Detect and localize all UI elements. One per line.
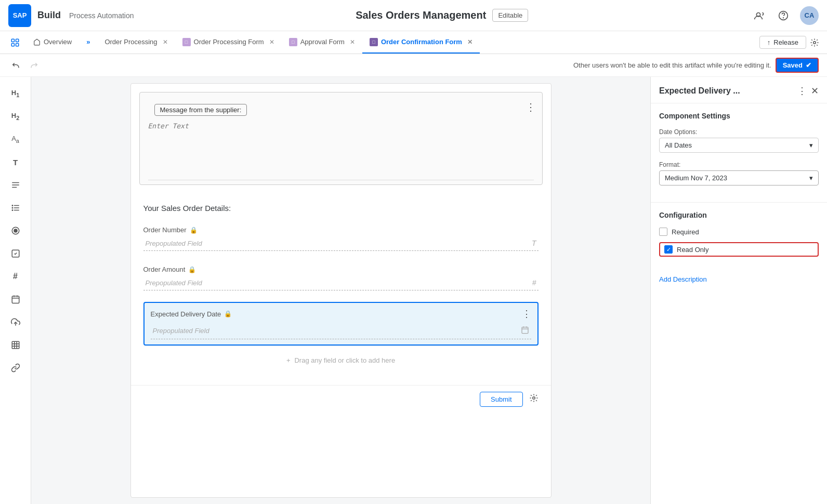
order-number-field[interactable]: Order Number 🔒 Prepopulated Field T	[143, 221, 539, 256]
format-select[interactable]: Medium Nov 7, 2023 ▾	[659, 170, 819, 185]
order-number-type-icon: T	[532, 239, 536, 247]
tool-text[interactable]: Aa	[5, 129, 26, 150]
agent-icon[interactable]	[750, 7, 767, 24]
edit-status-text: Other users won't be able to edit this a…	[573, 61, 771, 69]
read-only-row: Read Only	[659, 242, 819, 257]
svg-rect-25	[12, 341, 19, 349]
release-icon: ↑	[767, 38, 771, 46]
build-label: Build	[37, 10, 61, 21]
tool-h1[interactable]: H1	[5, 83, 26, 104]
tab-bar: Overview » Order Processing ✕ □ Order Pr…	[0, 31, 827, 54]
release-button[interactable]: ↑ Release	[759, 36, 806, 49]
order-number-lock-icon: 🔒	[190, 227, 198, 234]
component-settings-section: Component Settings Date Options: All Dat…	[651, 103, 827, 202]
order-amount-field[interactable]: Order Amount 🔒 Prepopulated Field #	[143, 260, 539, 296]
date-options-label: Date Options:	[659, 128, 819, 136]
tool-link[interactable]	[5, 357, 26, 378]
order-amount-input: Prepopulated Field #	[143, 275, 539, 290]
tab-order-processing-form-close[interactable]: ✕	[269, 38, 274, 46]
tool-align[interactable]	[5, 175, 26, 195]
right-panel-more-icon[interactable]: ⋮	[797, 85, 807, 97]
svg-rect-5	[11, 43, 14, 46]
svg-point-15	[12, 207, 13, 208]
top-header: SAP Build Process Automation Sales Order…	[0, 0, 827, 31]
tool-checkbox[interactable]	[5, 243, 26, 264]
avatar[interactable]: CA	[800, 6, 819, 25]
svg-point-34	[532, 397, 535, 400]
tool-h2-label: H2	[11, 112, 19, 121]
order-amount-type-icon: #	[532, 278, 536, 287]
message-more-icon[interactable]: ⋮	[526, 101, 536, 113]
right-panel: Expected Delivery ... ⋮ ✕ Component Sett…	[650, 77, 827, 504]
tool-upload[interactable]	[5, 312, 26, 333]
tab-approval-form-close[interactable]: ✕	[350, 38, 355, 46]
tool-number[interactable]: #	[5, 266, 26, 287]
help-icon[interactable]	[775, 7, 792, 24]
tab-order-processing[interactable]: Order Processing ✕	[97, 31, 175, 54]
form-settings-icon[interactable]	[529, 393, 539, 405]
tab-home[interactable]	[4, 31, 26, 54]
main-layout: H1 H2 Aa T #	[0, 77, 827, 504]
read-only-label: Read Only	[677, 246, 708, 254]
tab-overview[interactable]: Overview	[26, 31, 79, 54]
form-section: Your Sales Order Details: Order Number 🔒…	[131, 189, 551, 385]
left-sidebar: H1 H2 Aa T #	[0, 77, 31, 504]
format-value: Medium Nov 7, 2023	[665, 174, 727, 182]
date-options-select[interactable]: All Dates ▾	[659, 138, 819, 153]
tool-number-label: #	[13, 272, 18, 281]
right-panel-close-button[interactable]: ✕	[811, 85, 819, 97]
tool-h2[interactable]: H2	[5, 106, 26, 127]
tab-settings-icon[interactable]	[806, 34, 823, 51]
expected-delivery-more-icon[interactable]: ⋮	[522, 308, 531, 320]
message-field-label: Message from the supplier:	[154, 104, 247, 116]
order-number-placeholder: Prepopulated Field	[146, 240, 202, 247]
right-panel-title: Expected Delivery ...	[659, 86, 797, 96]
drag-drop-area[interactable]: + Drag any field or click to add here	[143, 346, 539, 375]
required-checkbox[interactable]	[659, 228, 667, 236]
saved-badge: Saved ✔	[776, 58, 819, 73]
date-options-value: All Dates	[665, 141, 692, 149]
configuration-section: Configuration Required Read Only	[651, 202, 827, 271]
tab-order-confirmation-form-icon: □	[370, 38, 378, 46]
toolbar2: Other users won't be able to edit this a…	[0, 54, 827, 77]
tool-table[interactable]	[5, 335, 26, 355]
tool-list[interactable]	[5, 197, 26, 218]
tab-order-processing-close[interactable]: ✕	[163, 38, 168, 46]
read-only-checkbox[interactable]	[664, 245, 673, 254]
release-label: Release	[773, 38, 798, 46]
drag-drop-plus-icon: +	[286, 356, 291, 364]
date-options-select-wrapper[interactable]: All Dates ▾	[659, 138, 819, 153]
sales-order-title: Your Sales Order Details:	[143, 204, 539, 213]
tab-order-confirmation-form-close[interactable]: ✕	[467, 38, 472, 46]
tool-paragraph-label: T	[13, 158, 18, 167]
tab-order-processing-form-icon: □	[182, 38, 191, 46]
tab-approval-form[interactable]: □ Approval Form ✕	[282, 31, 362, 54]
svg-point-2	[783, 17, 784, 18]
canvas-scroll[interactable]: Message from the supplier: ⋮ Your Sales …	[31, 77, 650, 504]
editable-badge[interactable]: Editable	[492, 9, 528, 22]
tab-approval-form-label: Approval Form	[300, 38, 345, 46]
redo-button[interactable]	[27, 58, 42, 73]
message-textarea[interactable]	[140, 116, 542, 178]
drag-drop-text: Drag any field or click to add here	[294, 356, 395, 364]
order-number-label: Order Number	[143, 226, 187, 234]
svg-rect-30	[522, 327, 528, 334]
svg-point-7	[813, 41, 816, 44]
add-description-link[interactable]: Add Description	[651, 271, 827, 287]
expected-delivery-placeholder: Prepopulated Field	[153, 327, 209, 335]
format-chevron: ▾	[809, 174, 813, 182]
expected-delivery-field[interactable]: Expected Delivery Date 🔒 ⋮ Prepopulated …	[143, 302, 539, 346]
undo-button[interactable]	[8, 58, 23, 73]
canvas-wrapper: Message from the supplier: ⋮ Your Sales …	[31, 77, 650, 504]
header-right: CA	[750, 6, 819, 25]
tab-order-processing-form[interactable]: □ Order Processing Form ✕	[175, 31, 282, 54]
tool-radio[interactable]	[5, 220, 26, 241]
tab-more[interactable]: »	[79, 31, 97, 54]
tool-paragraph[interactable]: T	[5, 152, 26, 173]
format-select-wrapper[interactable]: Medium Nov 7, 2023 ▾	[659, 170, 819, 185]
tool-date[interactable]	[5, 289, 26, 310]
svg-rect-3	[11, 39, 14, 42]
tab-order-confirmation-form[interactable]: □ Order Confirmation Form ✕	[362, 31, 480, 54]
form-canvas: Message from the supplier: ⋮ Your Sales …	[130, 83, 552, 498]
submit-button[interactable]: Submit	[480, 392, 522, 407]
